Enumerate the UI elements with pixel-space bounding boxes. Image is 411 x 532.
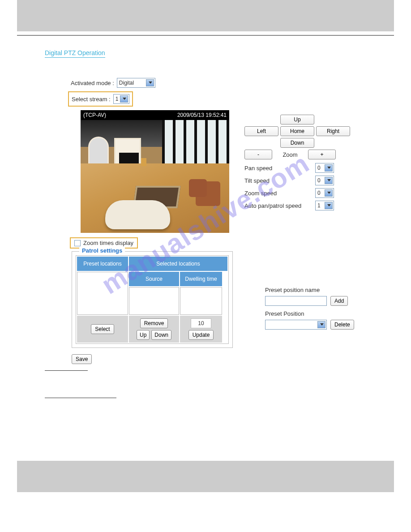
remove-button[interactable]: Remove bbox=[140, 318, 168, 328]
zoom-speed-label: Zoom speed bbox=[244, 190, 277, 197]
select-stream-select[interactable]: 1 bbox=[113, 94, 129, 104]
zoom-out-button[interactable]: - bbox=[244, 150, 272, 159]
dwell-header: Dwelling time bbox=[180, 272, 222, 286]
video-preview: (TCP-AV) 2009/05/13 19:52:41 bbox=[81, 110, 229, 233]
underline-2 bbox=[45, 398, 116, 398]
activated-mode-label: Activated mode : bbox=[71, 80, 114, 86]
auto-speed-select[interactable]: 1 bbox=[315, 201, 334, 210]
dwell-time-input[interactable]: 10 bbox=[191, 318, 211, 328]
zoom-in-button[interactable]: + bbox=[308, 150, 336, 159]
chevron-down-icon bbox=[327, 192, 331, 194]
update-button[interactable]: Update bbox=[188, 330, 214, 340]
tilt-speed-select[interactable]: 0 bbox=[315, 176, 334, 185]
zoom-times-label: Zoom times display bbox=[83, 240, 133, 246]
select-button[interactable]: Select bbox=[91, 324, 114, 334]
selected-locations-header: Selected locations bbox=[129, 257, 227, 271]
zoom-speed-select[interactable]: 0 bbox=[315, 188, 334, 198]
chevron-down-icon bbox=[320, 323, 324, 326]
select-stream-label: Select stream : bbox=[72, 96, 111, 103]
activated-mode-select[interactable]: Digital bbox=[117, 78, 155, 88]
zoom-speed-value: 0 bbox=[317, 190, 321, 196]
add-button[interactable]: Add bbox=[330, 296, 348, 306]
dwell-list[interactable] bbox=[180, 287, 222, 315]
patrol-up-button[interactable]: Up bbox=[137, 330, 150, 340]
preset-position-label: Preset Position bbox=[265, 310, 354, 317]
home-button[interactable]: Home bbox=[280, 126, 314, 136]
select-stream-highlight: Select stream : 1 bbox=[68, 91, 133, 107]
pan-speed-value: 0 bbox=[317, 165, 321, 171]
activated-mode-value: Digital bbox=[119, 80, 134, 86]
pan-speed-label: Pan speed bbox=[244, 165, 272, 172]
zoom-label: Zoom bbox=[277, 151, 304, 158]
preset-locations-header: Preset locations bbox=[77, 257, 128, 271]
up-button[interactable]: Up bbox=[280, 115, 314, 124]
source-list[interactable] bbox=[129, 287, 179, 315]
patrol-legend: Patrol settings bbox=[79, 247, 125, 254]
chevron-down-icon bbox=[123, 98, 126, 100]
delete-button[interactable]: Delete bbox=[330, 320, 354, 330]
chevron-down-icon bbox=[327, 179, 331, 181]
video-overlay-left: (TCP-AV) bbox=[83, 112, 106, 118]
chevron-down-icon bbox=[149, 82, 152, 84]
save-button[interactable]: Save bbox=[72, 354, 92, 364]
section-heading-link[interactable]: Digital PTZ Operation bbox=[45, 49, 105, 58]
pan-speed-select[interactable]: 0 bbox=[315, 163, 334, 173]
left-button[interactable]: Left bbox=[244, 126, 278, 136]
right-button[interactable]: Right bbox=[316, 126, 350, 136]
chevron-down-icon bbox=[327, 204, 331, 206]
preset-name-label: Preset position name bbox=[265, 287, 354, 293]
tilt-speed-value: 0 bbox=[317, 177, 321, 184]
auto-speed-label: Auto pan/patrol speed bbox=[244, 202, 301, 209]
video-overlay-timestamp: 2009/05/13 19:52:41 bbox=[177, 112, 227, 118]
video-frame-image bbox=[81, 120, 229, 233]
zoom-times-checkbox[interactable] bbox=[74, 240, 81, 246]
bottom-banner bbox=[17, 461, 394, 492]
preset-name-input[interactable] bbox=[265, 296, 327, 306]
auto-speed-value: 1 bbox=[317, 202, 321, 209]
top-banner bbox=[17, 0, 394, 31]
preset-locations-list[interactable] bbox=[77, 272, 128, 315]
chevron-down-icon bbox=[327, 167, 331, 169]
down-button[interactable]: Down bbox=[280, 138, 314, 148]
tilt-speed-label: Tilt speed bbox=[244, 177, 270, 184]
source-header: Source bbox=[129, 272, 179, 286]
underline-1 bbox=[45, 370, 88, 371]
select-stream-value: 1 bbox=[116, 96, 119, 102]
patrol-down-button[interactable]: Down bbox=[151, 330, 171, 340]
preset-position-select[interactable] bbox=[265, 320, 327, 330]
